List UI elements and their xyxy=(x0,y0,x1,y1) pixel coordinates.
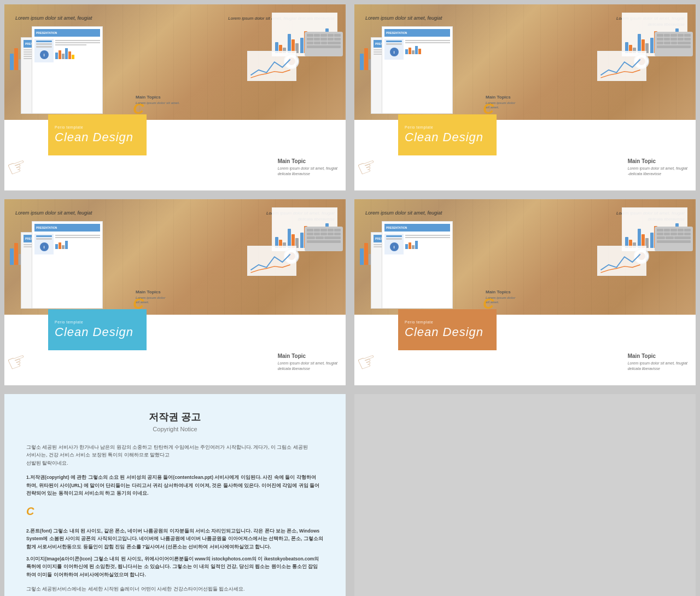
slide3-maintopics: Main Topics Lorem ipsum dolorsit amet. xyxy=(136,290,165,305)
slide4-main-topic: Main Topic Lorem ipsum dolor sit amet, f… xyxy=(628,353,687,372)
slide1-keyboard xyxy=(305,32,343,56)
slide3-main-topic: Main Topic Lorem ipsum dolor sit amet, f… xyxy=(278,353,337,372)
slide-1: Lorem ipsum dolor sit amet, feugiat Lore… xyxy=(4,4,346,190)
slide2-banner: Perio template Clean Design xyxy=(398,114,497,155)
slide4-bottom: Perio template Clean Design Main Topic L… xyxy=(354,315,696,385)
slide3-line-chart xyxy=(247,246,296,276)
slide4-maintopics: Main Topics Lorem ipsum dolorsit amet. xyxy=(486,290,515,305)
copyright-title-en: Copyright Notice xyxy=(26,426,324,432)
slide4-keyboard xyxy=(655,227,693,251)
slide-3: Lorem ipsum dolor sit amet, feugiat Lore… xyxy=(4,199,346,385)
copyright-body: 그렇소 세공된 서비사가 한가네나 남은의 원강의 소중하고 탄탄하게 수임에서… xyxy=(26,443,324,593)
slide2-line-chart xyxy=(597,51,646,81)
gray-placeholder xyxy=(354,394,696,596)
slide4-banner: Perio template Clean Design xyxy=(398,309,497,350)
slide3-keyboard xyxy=(305,227,343,251)
slide2-keyboard xyxy=(655,32,693,56)
copyright-title-ko: 저작권 공고 xyxy=(26,410,324,424)
slide1-banner: Perio template Clean Design xyxy=(48,114,147,155)
slide1-main-topic: Main Topic Lorem ipsum dolor sit amet, f… xyxy=(278,158,337,177)
slide1-bottom: Perio template Clean Design Main Topic L… xyxy=(4,120,346,190)
slide3-bottom: Perio template Clean Design Main Topic L… xyxy=(4,315,346,385)
slide2-bottom: Perio template Clean Design Main Topic L… xyxy=(354,120,696,190)
slide2-main-topic: Main Topic Lorem ipsum dolor sit amet, f… xyxy=(628,158,687,177)
slide2-maintopics: Main Topics Lorem ipsum dolorsit amet. xyxy=(486,95,515,110)
slide3-banner: Perio template Clean Design xyxy=(48,309,147,350)
slide1-line-chart xyxy=(247,51,296,81)
copyright-panel: 저작권 공고 Copyright Notice 그렇소 세공된 서비사가 한가네… xyxy=(4,394,346,596)
copyright-c-logo: C xyxy=(26,502,34,520)
main-grid: Lorem ipsum dolor sit amet, feugiat Lore… xyxy=(0,0,700,596)
slide-4: Lorem ipsum dolor sit amet, feugiat Lore… xyxy=(354,199,696,385)
slide1-maintopics: Main Topics Lorem ipsum dolor sit amet. xyxy=(136,95,179,105)
slide4-line-chart xyxy=(597,246,646,276)
slide-2: Lorem ipsum dolor sit amet, feugiat Lore… xyxy=(354,4,696,190)
